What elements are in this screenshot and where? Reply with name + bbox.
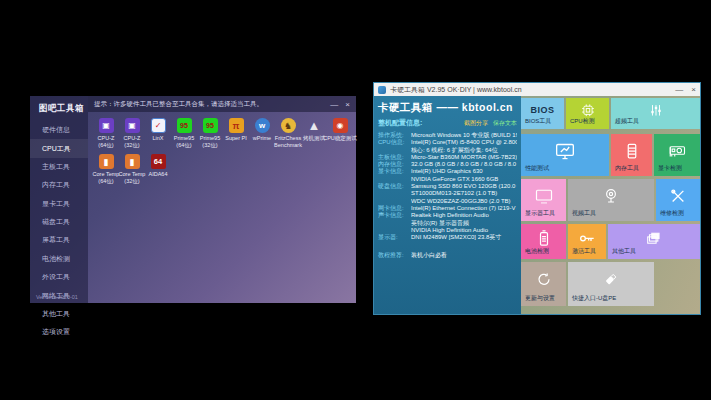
usb-drive-icon — [604, 272, 619, 287]
kbtool-window: 卡硬工具箱 V2.95 OK·DIY | www.kbtool.cn — × 卡… — [373, 82, 701, 315]
sidebar-item-cpu-tools[interactable]: CPU工具 — [30, 139, 88, 157]
tile-overclock-tools[interactable]: 超频工具 — [611, 98, 700, 129]
stacked-files-icon — [646, 231, 663, 245]
tool-coretemp-32[interactable]: ▮ Core Temp(32位) — [119, 154, 145, 184]
cpu-detail-value: 核心: 6 线程: 6 扩展指令集: 64位 — [411, 147, 517, 154]
ram-icon — [626, 142, 638, 159]
motherboard-value: Micro-Star B360M MORTAR (MS-7B23) — [411, 154, 517, 161]
monitor-gauge-icon — [555, 142, 575, 159]
sliders-icon — [648, 103, 664, 117]
toolbox-title: 图吧工具箱 — [30, 96, 88, 121]
thermometer-icon: ▮ — [99, 154, 114, 169]
sidebar-item-screen-tools[interactable]: 屏幕工具 — [30, 231, 88, 249]
sidebar-item-settings[interactable]: 选项设置 — [30, 323, 88, 341]
monitor-icon — [535, 188, 553, 203]
checkmark-icon: ✓ — [151, 118, 166, 133]
tool-prime95-32[interactable]: 95 Prime95(32位) — [197, 118, 223, 148]
sidebar-item-gpu-tools[interactable]: 显卡工具 — [30, 195, 88, 213]
minimize-button[interactable]: — — [675, 85, 683, 94]
tile-performance-test[interactable]: 性能测试 — [521, 134, 609, 176]
tile-other-tools[interactable]: 其他工具 — [608, 224, 700, 259]
sidebar-item-motherboard-tools[interactable]: 主板工具 — [30, 158, 88, 176]
tool-linx[interactable]: ✓ LinX — [145, 118, 171, 148]
thermometer-icon: ▮ — [125, 154, 140, 169]
gpu-card-icon — [668, 144, 686, 158]
tool-prime95-64[interactable]: 95 Prime95(64位) — [171, 118, 197, 148]
key-icon — [579, 233, 595, 244]
aida64-icon: 64 — [151, 154, 166, 169]
kbtool-body: 卡硬工具箱 —— kbtool.cn 整机配置信息: 截图分享 保存文本 操作系… — [374, 96, 700, 314]
cpuz-icon: ▣ — [99, 118, 114, 133]
disk3-value: WDC WD20EZAZ-00GGJB0 (2.0 TB) — [411, 198, 517, 205]
version-label: Ver.beta.2020-01 — [36, 294, 78, 300]
screenshot-share-link[interactable]: 截图分享 — [464, 119, 488, 128]
tile-memory-tools[interactable]: 内存工具 — [611, 134, 652, 176]
tile-update-settings[interactable]: 更新与设置 — [521, 262, 566, 306]
hint-bar: 提示：许多硬件工具已整合至工具合集，请选择适当工具。 — × — [88, 96, 356, 112]
tool-aida64[interactable]: 64 AIDA64 — [145, 154, 171, 184]
tool-grid: ▣ CPU-Z(64位) ▣ CPU-Z(32位) ✓ LinX 95 Prim… — [88, 112, 356, 190]
nic-value: Intel(R) Ethernet Connection (7) I219-V … — [411, 205, 517, 212]
monitor-value: DNI M2489W [SM2XC0] 23.8英寸 — [411, 234, 517, 241]
audio3-value: NVIDIA High Definition Audio — [411, 227, 517, 234]
tool-cpuz-32[interactable]: ▣ CPU-Z(32位) — [119, 118, 145, 148]
sidebar-item-other-tools[interactable]: 其他工具 — [30, 305, 88, 323]
tile-activation-tools[interactable]: 激活工具 — [568, 224, 606, 259]
gpu2-value: NVIDIA GeForce GTX 1660 6GB — [411, 176, 517, 183]
wprime-icon: w — [255, 118, 270, 133]
audio2-value: 英特尔(R) 显示器音频 — [411, 220, 517, 227]
tile-battery-test[interactable]: 电池检测 — [521, 224, 566, 259]
disk2-value: ST1000DM013-2E7102 (1.0 TB) — [411, 190, 517, 197]
gauge-icon: ◉ — [333, 118, 348, 133]
audio1-value: Realtek High Definition Audio — [411, 212, 517, 219]
tool-cpuz-64[interactable]: ▣ CPU-Z(64位) — [93, 118, 119, 148]
prime95-icon: 95 — [177, 118, 192, 133]
sidebar-item-memory-tools[interactable]: 内存工具 — [30, 176, 88, 194]
tile-monitor-tools[interactable]: 显示器工具 — [521, 179, 566, 221]
toolbox-sidebar: 图吧工具箱 硬件信息 CPU工具 主板工具 内存工具 显卡工具 磁盘工具 屏幕工… — [30, 96, 88, 303]
hardware-info-list: 操作系统:Microsoft Windows 10 专业版 (BUILD 190… — [378, 132, 517, 241]
app-icon — [378, 86, 386, 94]
crossed-tools-icon — [670, 188, 686, 204]
panel-title: 卡硬工具箱 —— kbtool.cn — [378, 101, 517, 115]
close-button[interactable]: × — [345, 100, 350, 109]
toolbox-window: 图吧工具箱 硬件信息 CPU工具 主板工具 内存工具 显卡工具 磁盘工具 屏幕工… — [30, 96, 356, 303]
bios-text-icon: BIOS — [530, 105, 554, 115]
close-button[interactable]: × — [691, 85, 696, 94]
prime95-icon: 95 — [203, 118, 218, 133]
cpuz-icon: ▣ — [125, 118, 140, 133]
tutorial-link[interactable]: 装机小白必看 — [411, 251, 447, 260]
tool-burn-test[interactable]: ▲ 烤机测试 — [301, 118, 327, 148]
tutorial-row: 教程推荐: 装机小白必看 — [378, 251, 517, 260]
tool-coretemp-64[interactable]: ▮ Core Temp(64位) — [93, 154, 119, 184]
triangle-icon: ▲ — [307, 118, 322, 133]
webcam-icon — [604, 188, 619, 204]
system-info-panel: 卡硬工具箱 —— kbtool.cn 整机配置信息: 截图分享 保存文本 操作系… — [374, 96, 521, 314]
save-text-link[interactable]: 保存文本 — [493, 119, 517, 128]
hint-text: 提示：许多硬件工具已整合至工具合集，请选择适当工具。 — [94, 100, 323, 109]
config-info-label: 整机配置信息: — [378, 118, 464, 128]
tile-cpu-test[interactable]: CPU检测 — [566, 98, 609, 129]
chess-knight-icon: ♞ — [281, 118, 296, 133]
tool-cpu-stability[interactable]: ◉ CPU稳定测试 — [327, 118, 353, 148]
tile-bios-tools[interactable]: BIOS BIOS工具 — [521, 98, 564, 129]
tile-repair-test[interactable]: 维修检测 — [656, 179, 700, 221]
tool-fritzchess[interactable]: ♞ FritzChessBenchmark — [275, 118, 301, 148]
memory-value: 32.0 GB (8.0 GB / 8.0 GB / 8.0 GB / 8.0 … — [411, 161, 517, 168]
tool-superpi[interactable]: π Super PI — [223, 118, 249, 148]
sidebar-item-battery-test[interactable]: 电池检测 — [30, 250, 88, 268]
gpu1-value: Intel(R) UHD Graphics 630 — [411, 168, 517, 175]
tile-gpu-test[interactable]: 显卡检测 — [654, 134, 700, 176]
sidebar-item-hardware-info[interactable]: 硬件信息 — [30, 121, 88, 139]
toolbox-main: 提示：许多硬件工具已整合至工具合集，请选择适当工具。 — × ▣ CPU-Z(6… — [88, 96, 356, 303]
tile-usb-pe-shortcut[interactable]: 快捷入口-U盘PE — [568, 262, 654, 306]
sidebar-item-peripheral-tools[interactable]: 外设工具 — [30, 268, 88, 286]
tile-video-tools[interactable]: 视频工具 — [568, 179, 654, 221]
minimize-button[interactable]: — — [330, 100, 338, 109]
cpu-chip-icon — [581, 103, 595, 117]
cpu-value: Intel(R) Core(TM) i5-8400 CPU @ 2.80GHz — [411, 139, 517, 146]
refresh-icon — [536, 272, 551, 287]
sidebar-item-disk-tools[interactable]: 磁盘工具 — [30, 213, 88, 231]
tool-wprime[interactable]: w wPrime — [249, 118, 275, 148]
pi-icon: π — [229, 118, 244, 133]
